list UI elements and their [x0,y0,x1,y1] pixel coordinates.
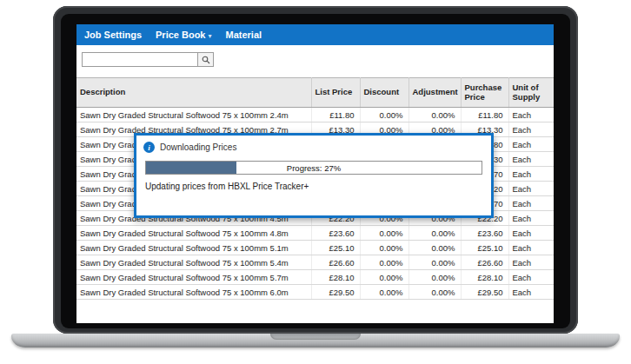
cell-unit-of-supply: Each [508,226,554,241]
cell-adjustment: 0.00% [408,255,461,270]
cell-purchase-price: £28.10 [461,270,508,285]
chevron-down-icon: ▾ [208,32,211,40]
column-header-adjustment: Adjustment [408,78,461,108]
column-header-description: Description [76,78,311,108]
cell-description: Sawn Dry Graded Structural Softwood 75 x… [76,108,311,122]
cell-discount: 0.00% [360,108,408,122]
search-box [82,52,214,67]
cell-purchase-price: £26.60 [461,255,508,270]
cell-unit-of-supply: Each [508,182,554,196]
column-header-purchase-price: Purchase Price [461,78,508,108]
screen-bezel: Job Settings Price Book▾ Material [61,14,570,328]
cell-unit-of-supply: Each [508,108,554,122]
cell-list-price: £23.60 [311,226,360,241]
cell-purchase-price: £11.80 [461,108,508,122]
nav-item-material[interactable]: Material [226,30,262,40]
column-header-discount: Discount [360,78,408,108]
cell-adjustment: 0.00% [408,285,461,300]
nav-item-price-book[interactable]: Price Book▾ [156,30,211,40]
cell-unit-of-supply: Each [508,255,554,270]
cell-description: Sawn Dry Graded Structural Softwood 75 x… [76,241,311,255]
table-row[interactable]: Sawn Dry Graded Structural Softwood 75 x… [76,241,554,255]
cell-list-price: £11.80 [311,108,360,122]
dialog-header: i Downloading Prices [136,136,491,156]
laptop-base [11,334,620,347]
cell-unit-of-supply: Each [508,241,554,255]
cell-unit-of-supply: Each [508,152,554,167]
dialog-title: Downloading Prices [160,142,236,152]
table-row[interactable]: Sawn Dry Graded Structural Softwood 75 x… [76,226,554,241]
cell-unit-of-supply: Each [508,211,554,226]
app-window: Job Settings Price Book▾ Material [76,24,554,323]
cell-purchase-price: £25.10 [461,241,508,255]
table-row[interactable]: Sawn Dry Graded Structural Softwood 75 x… [76,270,554,285]
top-nav: Job Settings Price Book▾ Material [76,24,554,45]
cell-discount: 0.00% [360,241,408,255]
nav-item-job-settings[interactable]: Job Settings [84,30,142,40]
cell-adjustment: 0.00% [408,270,461,285]
search-icon [202,56,210,64]
cell-description: Sawn Dry Graded Structural Softwood 75 x… [76,270,311,285]
laptop-base-notch [270,334,361,340]
cell-purchase-price: £29.50 [461,285,508,300]
cell-description: Sawn Dry Graded Structural Softwood 75 x… [76,285,311,300]
table-row[interactable]: Sawn Dry Graded Structural Softwood 75 x… [76,285,554,300]
cell-adjustment: 0.00% [408,226,461,241]
cell-discount: 0.00% [360,270,408,285]
cell-unit-of-supply: Each [508,122,554,137]
progress-label: Progress: 27% [146,163,482,173]
cell-unit-of-supply: Each [508,285,554,300]
column-header-list-price: List Price [311,78,360,108]
table-header-row: Description List Price Discount Adjustme… [76,78,554,108]
cell-unit-of-supply: Each [508,196,554,211]
dialog-message: Updating prices from HBXL Price Tracker+ [145,182,482,191]
downloading-prices-dialog: i Downloading Prices Progress: 27% Updat… [134,133,494,218]
info-icon: i [143,142,155,153]
table-row[interactable]: Sawn Dry Graded Structural Softwood 75 x… [76,108,554,122]
search-input[interactable] [83,53,197,66]
cell-description: Sawn Dry Graded Structural Softwood 75 x… [76,255,311,270]
cell-purchase-price: £23.60 [461,226,508,241]
table-row[interactable]: Sawn Dry Graded Structural Softwood 75 x… [76,255,554,270]
cell-unit-of-supply: Each [508,270,554,285]
laptop-screen-shell: Job Settings Price Book▾ Material [53,6,578,334]
cell-description: Sawn Dry Graded Structural Softwood 75 x… [76,226,311,241]
cell-discount: 0.00% [360,285,408,300]
cell-list-price: £26.60 [311,255,360,270]
search-button[interactable] [197,53,213,66]
nav-item-price-book-label: Price Book [156,30,205,40]
cell-adjustment: 0.00% [408,108,461,122]
cell-unit-of-supply: Each [508,137,554,152]
cell-list-price: £29.50 [311,285,360,300]
cell-list-price: £28.10 [311,270,360,285]
column-header-unit-of-supply: Unit of Supply [508,78,554,108]
cell-unit-of-supply: Each [508,167,554,182]
cell-discount: 0.00% [360,226,408,241]
progress-bar: Progress: 27% [145,161,482,175]
search-row [76,45,554,67]
cell-adjustment: 0.00% [408,241,461,255]
cell-list-price: £25.10 [311,241,360,255]
cell-discount: 0.00% [360,255,408,270]
